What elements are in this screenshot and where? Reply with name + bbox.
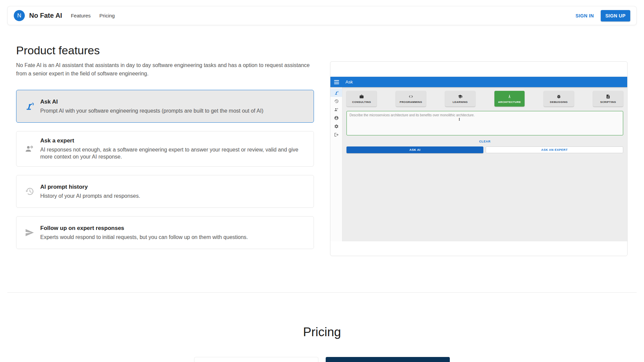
- feature-description: AI responses not enough, ask a software …: [40, 146, 305, 160]
- settings-gear-icon: [334, 124, 339, 129]
- category-debugging-button[interactable]: DEBUGGING: [544, 91, 574, 107]
- feature-card-ask-expert[interactable]: Ask a expert AI responses not enough, as…: [16, 131, 314, 167]
- appbar-title: Ask: [345, 79, 353, 84]
- sign-in-button[interactable]: SIGN IN: [572, 10, 598, 21]
- feature-title: AI prompt history: [40, 184, 140, 190]
- features-description: No Fate AI is an AI assistant that assis…: [16, 61, 311, 78]
- sidebar-item-ask-ai[interactable]: [330, 88, 342, 97]
- sign-up-button[interactable]: SIGN UP: [601, 10, 630, 21]
- app-preview-body: CONSULTING PROGRAMMING LEARNING: [330, 87, 627, 241]
- feature-description: Experts would respond to initial request…: [40, 234, 248, 241]
- ask-ai-button[interactable]: ASK AI: [346, 146, 483, 153]
- action-row: ASK AI ASK AN EXPERT: [346, 146, 623, 153]
- feature-card-text: AI prompt history History of your AI pro…: [40, 184, 140, 199]
- category-label: CONSULTING: [352, 101, 371, 104]
- logout-icon: [334, 132, 339, 137]
- category-learning-button[interactable]: LEARNING: [445, 91, 475, 107]
- feature-card-text: Ask a expert AI responses not enough, as…: [40, 137, 305, 160]
- plan-card-pro[interactable]: No Fate AI Pro: [326, 357, 450, 362]
- sidebar-item-expert[interactable]: [330, 105, 342, 114]
- feature-card-ask-ai[interactable]: Ask AI Prompt AI with your software engi…: [16, 90, 314, 123]
- account-circle-icon: [334, 116, 339, 120]
- app-preview-card: Ask: [330, 61, 628, 256]
- clear-row: CLEAR: [346, 138, 623, 144]
- page-title: Product features: [16, 44, 644, 57]
- category-label: LEARNING: [453, 101, 468, 104]
- feature-title: Follow up on expert responses: [40, 225, 248, 232]
- nav-link-features[interactable]: Features: [71, 13, 91, 18]
- briefcase-icon: [359, 94, 364, 99]
- feature-card-text: Follow up on expert responses Experts wo…: [40, 225, 248, 241]
- expert-person-gear-icon: [25, 144, 34, 154]
- plan-card-basic[interactable]: No Fate AI: [194, 357, 318, 362]
- section-divider: [7, 292, 637, 293]
- sidebar-item-history[interactable]: [330, 97, 342, 105]
- category-label: DEBUGGING: [550, 101, 568, 104]
- feature-list: Ask AI Prompt AI with your software engi…: [16, 90, 314, 249]
- history-icon: [25, 187, 34, 196]
- menu-icon[interactable]: [334, 79, 339, 85]
- category-programming-button[interactable]: PROGRAMMING: [396, 91, 426, 107]
- history-icon: [334, 99, 339, 104]
- bug-icon: [556, 94, 561, 99]
- brand-initial: N: [17, 12, 21, 19]
- pricing-plans: No Fate AI No Fate AI Pro: [0, 357, 644, 362]
- sidebar-item-logout[interactable]: [330, 130, 342, 139]
- robot-arm-icon: [334, 90, 339, 95]
- top-navbar: N No Fate AI Features Pricing SIGN IN SI…: [7, 6, 637, 25]
- app-preview-content: CONSULTING PROGRAMMING LEARNING: [342, 87, 627, 241]
- brand-logo: N: [14, 10, 25, 21]
- category-row: CONSULTING PROGRAMMING LEARNING: [346, 91, 623, 107]
- app-preview-appbar: Ask: [330, 77, 627, 87]
- prompt-textarea[interactable]: Describe the microservices architecture …: [346, 111, 623, 135]
- feature-description: History of your AI prompts and responses…: [40, 192, 140, 199]
- category-label: ARCHITECTURE: [498, 101, 521, 104]
- robot-arm-icon: [25, 102, 34, 111]
- app-preview-sidebar: [330, 87, 342, 241]
- document-icon: [606, 94, 610, 99]
- prompt-placeholder-text: Describe the microservices architecture …: [350, 113, 620, 117]
- send-icon: [25, 228, 34, 237]
- features-section: Product features No Fate AI is an AI ass…: [0, 44, 644, 249]
- compass-icon: [507, 94, 512, 99]
- text-cursor: I: [459, 117, 460, 122]
- sidebar-item-settings[interactable]: [330, 122, 342, 130]
- feature-card-text: Ask AI Prompt AI with your software engi…: [40, 99, 263, 114]
- sidebar-item-account[interactable]: [330, 114, 342, 122]
- expert-person-gear-icon: [334, 107, 339, 112]
- category-scripting-button[interactable]: SCRIPTING: [593, 91, 623, 107]
- graduation-cap-icon: [458, 94, 463, 99]
- code-icon: [409, 94, 413, 99]
- clear-button[interactable]: CLEAR: [477, 139, 493, 144]
- category-consulting-button[interactable]: CONSULTING: [346, 91, 377, 107]
- feature-title: Ask AI: [40, 99, 263, 105]
- category-architecture-button[interactable]: ARCHITECTURE: [494, 91, 525, 107]
- category-label: PROGRAMMING: [399, 101, 422, 104]
- feature-card-history[interactable]: AI prompt history History of your AI pro…: [16, 175, 314, 208]
- feature-title: Ask a expert: [40, 137, 305, 144]
- brand-name: No Fate AI: [29, 12, 62, 19]
- pricing-title: Pricing: [0, 325, 644, 339]
- nav-link-pricing[interactable]: Pricing: [99, 13, 115, 18]
- ask-an-expert-button[interactable]: ASK AN EXPERT: [486, 146, 623, 153]
- feature-description: Prompt AI with your software engineering…: [40, 107, 263, 114]
- category-label: SCRIPTING: [600, 101, 616, 104]
- feature-card-follow-up[interactable]: Follow up on expert responses Experts wo…: [16, 216, 314, 249]
